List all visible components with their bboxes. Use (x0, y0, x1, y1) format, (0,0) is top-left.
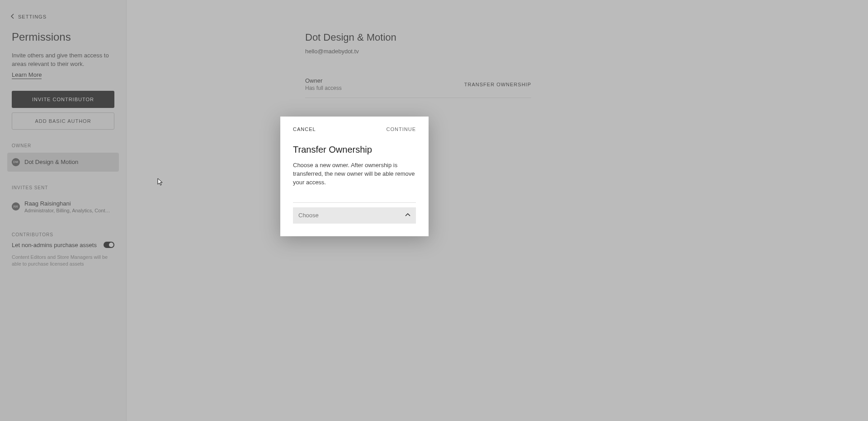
page-description: Invite others and give them access to ar… (12, 51, 114, 69)
invite-row[interactable]: RR Raag Raisinghani Administrator, Billi… (7, 195, 119, 219)
owner-name: Dot Design & Motion (24, 159, 78, 165)
transfer-ownership-link[interactable]: TRANSFER OWNERSHIP (464, 82, 531, 87)
owner-section-label: OWNER (12, 143, 114, 148)
owner-row[interactable]: DM Dot Design & Motion (7, 153, 119, 172)
toggle-label: Let non-admins purchase assets (12, 242, 97, 248)
cancel-button[interactable]: CANCEL (293, 126, 316, 132)
role-label: Owner (305, 77, 342, 84)
invite-roles: Administrator, Billing, Analytics, Conte… (24, 208, 113, 213)
transfer-ownership-modal: CANCEL CONTINUE Transfer Ownership Choos… (280, 117, 429, 236)
invites-section-label: INVITES SENT (12, 185, 114, 190)
invite-contributor-button[interactable]: INVITE CONTRIBUTOR (12, 91, 114, 108)
non-admin-purchase-toggle[interactable] (104, 242, 114, 248)
learn-more-link[interactable]: Learn More (12, 71, 42, 79)
back-label: SETTINGS (18, 14, 47, 19)
page-title: Permissions (12, 31, 114, 43)
toggle-knob (109, 243, 113, 247)
back-to-settings[interactable]: SETTINGS (0, 9, 126, 24)
main-content: Dot Design & Motion hello@madebydot.tv O… (127, 0, 868, 421)
org-email: hello@madebydot.tv (305, 48, 531, 55)
select-placeholder: Choose (298, 212, 319, 219)
owner-select[interactable]: Choose (293, 202, 416, 224)
toggle-help-text: Content Editors and Store Managers will … (12, 254, 114, 268)
role-sub-label: Has full access (305, 85, 342, 91)
invite-name: Raag Raisinghani (24, 200, 113, 207)
sidebar: SETTINGS Permissions Invite others and g… (0, 0, 127, 421)
chevron-left-icon (10, 13, 15, 21)
avatar: DM (12, 158, 20, 166)
chevron-up-icon (405, 211, 410, 220)
avatar: RR (12, 202, 20, 210)
continue-button[interactable]: CONTINUE (387, 126, 416, 132)
modal-description: Choose a new owner. After ownership is t… (293, 161, 416, 187)
contributors-section-label: CONTRIBUTORS (12, 232, 114, 237)
org-title: Dot Design & Motion (305, 32, 531, 43)
modal-title: Transfer Ownership (293, 145, 416, 155)
add-basic-author-button[interactable]: ADD BASIC AUTHOR (12, 112, 114, 130)
